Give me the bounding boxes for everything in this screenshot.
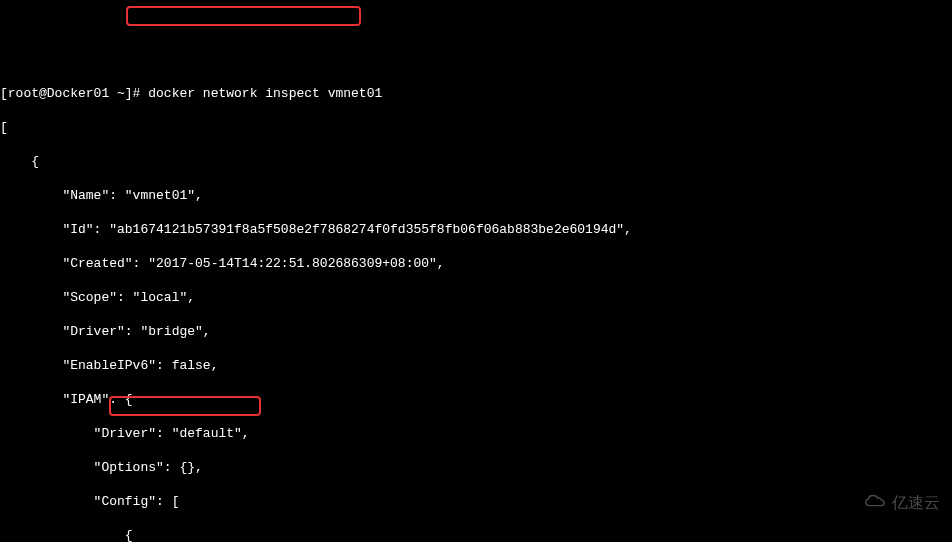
- output-line: {: [0, 527, 952, 542]
- output-line: "Options": {},: [0, 459, 952, 476]
- command-text: docker network inspect vmnet01: [148, 86, 382, 101]
- cloud-icon: [846, 475, 886, 530]
- output-line: "Driver": "bridge",: [0, 323, 952, 340]
- output-line: {: [0, 153, 952, 170]
- output-line: "Driver": "default",: [0, 425, 952, 442]
- prompt-prefix: [root@Docker01 ~]#: [0, 86, 148, 101]
- output-line: "Config": [: [0, 493, 952, 510]
- output-line: "Created": "2017-05-14T14:22:51.80268630…: [0, 255, 952, 272]
- output-line: "Name": "vmnet01",: [0, 187, 952, 204]
- highlight-command: [126, 6, 361, 26]
- watermark-text: 亿速云: [892, 494, 940, 511]
- watermark: 亿速云: [846, 475, 940, 530]
- output-line: [: [0, 119, 952, 136]
- output-line: "IPAM": {: [0, 391, 952, 408]
- output-line: "Id": "ab1674121b57391f8a5f508e2f7868274…: [0, 221, 952, 238]
- terminal-output: [root@Docker01 ~]# docker network inspec…: [0, 68, 952, 542]
- prompt-line[interactable]: [root@Docker01 ~]# docker network inspec…: [0, 85, 952, 102]
- output-line: "Scope": "local",: [0, 289, 952, 306]
- output-line: "EnableIPv6": false,: [0, 357, 952, 374]
